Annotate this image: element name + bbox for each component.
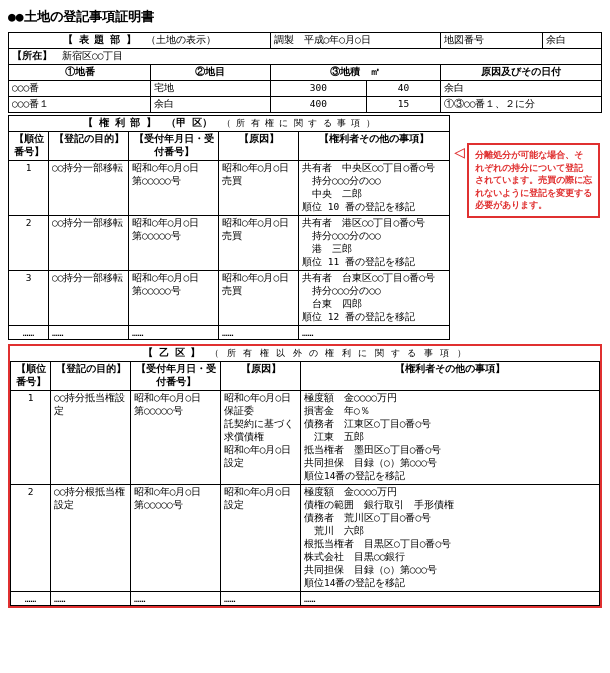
otsubu-col-junni: 【順位番号】 [11, 362, 51, 391]
tizu-label: 地図番号 [440, 33, 542, 49]
otsubu-uketsuke-dots: …… [131, 592, 221, 606]
otsubu-row-dots: …… …… …… …… …… [11, 592, 600, 606]
kenribu-row-3: 3 ○○持分一部移転 昭和○年○月○日第○○○○○号 昭和○年○月○日売買 共有… [9, 271, 450, 326]
chiseki-2a: 400 [270, 97, 367, 113]
otsubu-uketsuke-2: 昭和○年○月○日第○○○○○号 [131, 485, 221, 592]
chiseki-2b: 15 [367, 97, 441, 113]
otsubu-genin-2: 昭和○年○月○日設定 [221, 485, 301, 592]
kenribu-uketsuke-dots: …… [129, 326, 219, 340]
annotation-arrow: ◁ [454, 143, 465, 161]
otsubu-mokuteki-1: ○○持分抵当権設定 [51, 391, 131, 485]
chimoku-1: 宅地 [151, 81, 270, 97]
kenribu-mokuteki-2: ○○持分一部移転 [49, 216, 129, 271]
otsubu-genin-dots: …… [221, 592, 301, 606]
kenribu-junni-2: 2 [9, 216, 49, 271]
chiseki-1a: 300 [270, 81, 367, 97]
shozai-row: 【所在】 新宿区○○丁目 [9, 49, 602, 65]
page-title: ●●土地の登記事項証明書 [8, 8, 602, 26]
kenribu-row-dots: …… …… …… …… …… [9, 326, 450, 340]
otsubu-sonohoka-dots: …… [301, 592, 600, 606]
genin-2: ①③○○番１、２に分 [440, 97, 601, 113]
otsubu-table: 【 乙 区 】 （ 所 有 権 以 外 の 権 利 に 関 す る 事 項 ） … [10, 346, 600, 606]
kenribu-sonohoka-2: 共有者 港区○○丁目○番○号 持分○○○分の○○ 港 三郎順位 11 番の登記を… [299, 216, 450, 271]
otsubu-sonohoka-2: 極度額 金○○○○万円債権の範囲 銀行取引 手形債権債務者 荒川区○丁目○番○号… [301, 485, 600, 592]
kenribu-genin-dots: …… [219, 326, 299, 340]
otsubu-mokuteki-dots: …… [51, 592, 131, 606]
otsubu-col-mokuteki: 【登記の目的】 [51, 362, 131, 391]
chiseki-header: ③地積 ㎡ [270, 65, 440, 81]
kenribu-uketsuke-1: 昭和○年○月○日第○○○○○号 [129, 161, 219, 216]
genin-1: 余白 [440, 81, 601, 97]
otsubu-uketsuke-1: 昭和○年○月○日第○○○○○号 [131, 391, 221, 485]
kenribu-junni-1: 1 [9, 161, 49, 216]
otsubu-mokuteki-2: ○○持分根抵当権設定 [51, 485, 131, 592]
otsubu-row-1: 1 ○○持分抵当権設定 昭和○年○月○日第○○○○○号 昭和○年○月○日保証委託… [11, 391, 600, 485]
otsubu-section: 【 乙 区 】 （ 所 有 権 以 外 の 権 利 に 関 す る 事 項 ） … [8, 344, 602, 608]
chimoku-2: 余白 [151, 97, 270, 113]
tizu-value: 余白 [543, 33, 602, 49]
otsubu-col-uketsuke: 【受付年月日・受付番号】 [131, 362, 221, 391]
otsubu-sonohoka-1: 極度額 金○○○○万円損害金 年○％債務者 江東区○丁目○番○号 江東 五郎抵当… [301, 391, 600, 485]
chiban-1: ○○○番 [9, 81, 151, 97]
kenribu-sonohoka-3: 共有者 台東区○○丁目○番○号 持分○○○分の○○ 台東 四郎順位 12 番の登… [299, 271, 450, 326]
annotation-box: 分離処分が可能な場合、そ れぞれの持分について登記 されています。売買の際に忘 … [467, 143, 600, 218]
kenribu-genin-1: 昭和○年○月○日売買 [219, 161, 299, 216]
kenribu-sonohoka-1: 共有者 中央区○○丁目○番○号 持分○○○分の○○ 中央 二郎順位 10 番の登… [299, 161, 450, 216]
otsubu-junni-1: 1 [11, 391, 51, 485]
chosei-cell: 調製 平成○年○月○日 [270, 33, 440, 49]
otsubu-header: 【 乙 区 】 （ 所 有 権 以 外 の 権 利 に 関 す る 事 項 ） [11, 346, 600, 362]
otsubu-col-genin: 【原因】 [221, 362, 301, 391]
kenribu-sonohoka-dots: …… [299, 326, 450, 340]
kenribu-junni-dots: …… [9, 326, 49, 340]
kenribu-col-genin: 【原因】 [219, 132, 299, 161]
kenribu-table: 【 権 利 部 】 （甲 区） （ 所 有 権 に 関 す る 事 項 ） 【順… [8, 115, 450, 340]
kenribu-genin-2: 昭和○年○月○日売買 [219, 216, 299, 271]
kenribu-mokuteki-1: ○○持分一部移転 [49, 161, 129, 216]
hyodai-header: 【 表 題 部 】 （土地の表示） [9, 33, 271, 49]
kenribu-row-1: 1 ○○持分一部移転 昭和○年○月○日第○○○○○号 昭和○年○月○日売買 共有… [9, 161, 450, 216]
kenribu-uketsuke-2: 昭和○年○月○日第○○○○○号 [129, 216, 219, 271]
kenribu-row-2: 2 ○○持分一部移転 昭和○年○月○日第○○○○○号 昭和○年○月○日売買 共有… [9, 216, 450, 271]
kenribu-header: 【 権 利 部 】 （甲 区） （ 所 有 権 に 関 す る 事 項 ） [9, 116, 450, 132]
hyodai-table: 【 表 題 部 】 （土地の表示） 調製 平成○年○月○日 地図番号 余白 【所… [8, 32, 602, 113]
chimoku-header: ②地目 [151, 65, 270, 81]
chiban-header: ①地番 [9, 65, 151, 81]
kenribu-genin-3: 昭和○年○月○日売買 [219, 271, 299, 326]
otsubu-row-2: 2 ○○持分根抵当権設定 昭和○年○月○日第○○○○○号 昭和○年○月○日設定 … [11, 485, 600, 592]
chiban-2: ○○○番１ [9, 97, 151, 113]
kenribu-col-uketsuke: 【受付年月日・受付番号】 [129, 132, 219, 161]
otsubu-junni-dots: …… [11, 592, 51, 606]
kenribu-uketsuke-3: 昭和○年○月○日第○○○○○号 [129, 271, 219, 326]
kenribu-col-sonohoka: 【権利者その他の事項】 [299, 132, 450, 161]
kenribu-col-mokuteki: 【登記の目的】 [49, 132, 129, 161]
kenribu-mokuteki-dots: …… [49, 326, 129, 340]
genin-header: 原因及びその日付 [440, 65, 601, 81]
kenribu-junni-3: 3 [9, 271, 49, 326]
kenribu-section: 【 権 利 部 】 （甲 区） （ 所 有 権 に 関 す る 事 項 ） 【順… [8, 115, 450, 340]
kenribu-mokuteki-3: ○○持分一部移転 [49, 271, 129, 326]
kenribu-col-junni: 【順位番号】 [9, 132, 49, 161]
otsubu-col-sonohoka: 【権利者その他の事項】 [301, 362, 600, 391]
otsubu-genin-1: 昭和○年○月○日保証委託契約に基づく求償債権昭和○年○月○日設定 [221, 391, 301, 485]
otsubu-junni-2: 2 [11, 485, 51, 592]
chiseki-1b: 40 [367, 81, 441, 97]
